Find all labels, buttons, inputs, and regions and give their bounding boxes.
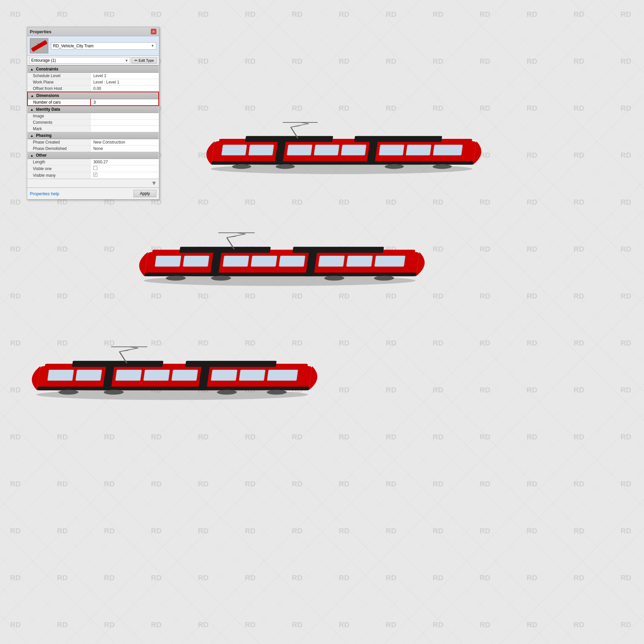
offset-value[interactable]: 0.00	[91, 86, 159, 92]
comments-value[interactable]	[91, 119, 159, 126]
length-name: Length	[28, 159, 91, 165]
work-plane-value[interactable]: Level : Level 1	[91, 79, 159, 86]
properties-table: ▲ Constraints Schedule Level Level 1 Wor…	[27, 65, 159, 179]
properties-scroll-area: ▲ Constraints Schedule Level Level 1 Wor…	[27, 65, 159, 187]
type-name-label: RD_Vehicle_City Tram	[53, 44, 94, 48]
phase-demolished-name: Phase Demolished	[28, 146, 91, 152]
edit-type-icon: ✏	[135, 58, 138, 63]
panel-title: Properties	[30, 29, 51, 34]
offset-name: Offset from Host	[28, 86, 91, 92]
identity-arrow: ▲	[30, 108, 34, 111]
other-label: Other	[36, 153, 47, 158]
phase-created-value[interactable]: New Construction	[91, 139, 159, 146]
visible-many-checkbox[interactable]	[93, 173, 97, 177]
visible-one-name: Visble one	[28, 165, 91, 172]
svg-point-18	[164, 160, 178, 167]
num-cars-name: Number of cars	[28, 99, 91, 106]
instance-dropdown[interactable]: Entourage (1) ▼	[29, 57, 130, 64]
instance-label: Entourage (1)	[31, 58, 56, 63]
phasing-arrow: ▲	[30, 134, 34, 138]
dimensions-label: Dimensions	[36, 93, 59, 98]
section-identity-header: ▲ Identity Data	[28, 106, 159, 113]
section-dimensions-header: ▲ Dimensions	[28, 92, 159, 99]
type-selector: RD_Vehicle_City Tram ▼	[27, 36, 159, 56]
instance-selector: Entourage (1) ▼ ✏ Edit Type	[27, 56, 159, 65]
edit-type-button[interactable]: ✏ Edit Type	[131, 57, 157, 64]
type-thumbnail	[30, 38, 48, 53]
row-mark: Mark	[28, 126, 159, 132]
row-phase-created: Phase Created New Construction	[28, 139, 159, 146]
section-other-header: ▲ Other	[28, 152, 159, 159]
section-phasing-header: ▲ Phasing	[28, 132, 159, 139]
scroll-down-arrow[interactable]: ▼	[151, 180, 157, 186]
panel-bottom: Properties help Apply	[27, 187, 159, 199]
properties-help-link[interactable]: Properties help	[30, 191, 59, 196]
type-name-dropdown[interactable]: RD_Vehicle_City Tram ▼	[51, 42, 156, 50]
image-name: Image	[28, 113, 91, 119]
panel-close-button[interactable]: ×	[151, 29, 156, 34]
dimensions-arrow: ▲	[31, 94, 34, 98]
constraints-arrow: ▲	[30, 67, 34, 71]
row-number-of-cars: Number of cars 3	[28, 99, 159, 106]
visible-one-value[interactable]	[91, 165, 159, 172]
row-offset-from-host: Offset from Host 0.00	[28, 86, 159, 92]
row-image: Image	[28, 113, 159, 119]
schedule-level-name: Schedule Level	[28, 73, 91, 79]
row-work-plane: Work Plane Level : Level 1	[28, 79, 159, 86]
row-schedule-level: Schedule Level Level 1	[28, 73, 159, 79]
properties-panel: Properties × RD_Vehicle_City Tram ▼ Ento…	[27, 27, 159, 200]
visible-many-name: Visible many	[28, 172, 91, 179]
row-visible-one: Visble one	[28, 165, 159, 172]
num-cars-value[interactable]: 3	[91, 99, 159, 106]
comments-name: Comments	[28, 119, 91, 126]
panel-titlebar: Properties ×	[27, 27, 159, 36]
type-dropdown-arrow: ▼	[151, 44, 154, 48]
row-phase-demolished: Phase Demolished None	[28, 146, 159, 152]
work-plane-name: Work Plane	[28, 79, 91, 86]
tram-1	[204, 122, 486, 174]
row-comments: Comments	[28, 119, 159, 126]
tram-thumbnail-icon	[31, 40, 47, 52]
section-constraints-header: ▲ Constraints	[28, 66, 159, 73]
phasing-label: Phasing	[36, 133, 52, 138]
edit-type-label: Edit Type	[139, 58, 154, 62]
identity-label: Identity Data	[36, 107, 60, 112]
visible-many-value[interactable]	[91, 172, 159, 179]
tram-2	[136, 233, 429, 286]
mark-name: Mark	[28, 126, 91, 132]
row-visible-many: Visible many	[28, 172, 159, 179]
phase-demolished-value[interactable]: None	[91, 146, 159, 152]
image-value[interactable]	[91, 113, 159, 119]
schedule-level-value[interactable]: Level 1	[91, 73, 159, 79]
constraints-label: Constraints	[36, 67, 58, 71]
svg-rect-13	[179, 132, 197, 148]
tram-3	[29, 347, 322, 400]
length-value[interactable]: 3000.27	[91, 159, 159, 165]
mark-value[interactable]	[91, 126, 159, 132]
svg-rect-12	[158, 132, 176, 148]
instance-dropdown-arrow: ▼	[125, 59, 128, 62]
visible-one-checkbox[interactable]	[93, 166, 97, 170]
phase-created-name: Phase Created	[28, 139, 91, 146]
other-arrow: ▲	[30, 154, 34, 157]
row-length: Length 3000.27	[28, 159, 159, 165]
apply-button[interactable]: Apply	[133, 190, 156, 197]
